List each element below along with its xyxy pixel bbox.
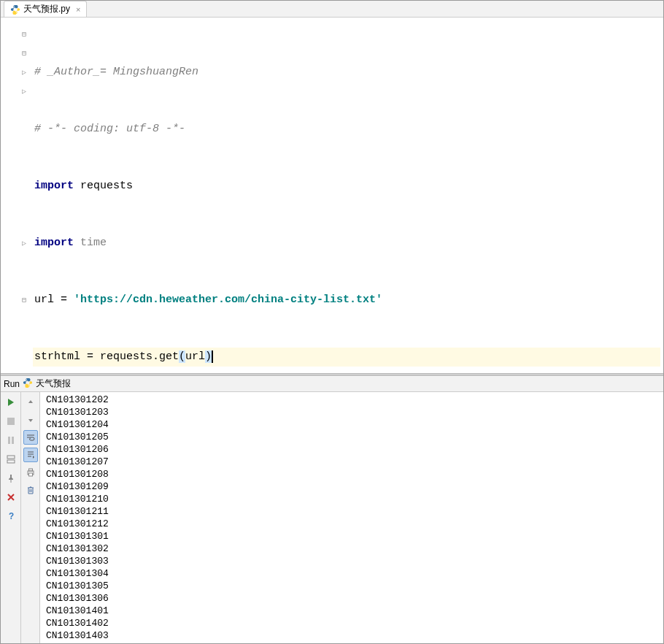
tab-filename: 天气预报.py [23, 3, 70, 15]
code-editor[interactable]: # _Author_= MingshuangRen # -*- coding: … [30, 18, 663, 373]
console-line: CN101301301 [46, 530, 657, 543]
console-line: CN101301403 [46, 629, 657, 642]
python-file-icon [23, 377, 33, 390]
fold-toggle-icon[interactable]: ⊟ [18, 25, 30, 44]
help-button[interactable]: ? [4, 509, 18, 524]
console-line: CN101301306 [46, 592, 657, 605]
console-line: CN101301206 [46, 443, 657, 456]
console-line: CN101301202 [46, 394, 657, 406]
run-panel-title: Run [4, 379, 20, 389]
console-line: CN101301211 [46, 505, 657, 518]
editor-tab[interactable]: 天气预报.py × [4, 1, 87, 17]
console-line: CN101301208 [46, 468, 657, 480]
console-line: CN101301204 [46, 418, 657, 431]
svg-rect-7 [7, 456, 15, 459]
fold-toggle-icon[interactable]: ⊟ [18, 291, 30, 310]
editor-area: ⊟ ⊟ ▷ ▷ ▷ ⊟ # _Author_= MingshuangRen [1, 18, 663, 373]
console-line: CN101301305 [46, 580, 657, 592]
console-line: CN101301203 [46, 406, 657, 418]
tab-close-icon[interactable]: × [76, 5, 80, 14]
editor-tab-bar: 天气预报.py × [1, 1, 663, 18]
svg-point-1 [16, 12, 17, 12]
soft-wrap-button[interactable] [23, 430, 38, 445]
console-line: CN101301210 [46, 493, 657, 505]
console-line: CN101301205 [46, 431, 657, 443]
console-line: CN101301303 [46, 555, 657, 567]
layout-button[interactable] [4, 452, 18, 467]
svg-rect-8 [7, 460, 15, 463]
run-toolbar: ? [1, 392, 21, 643]
svg-text:?: ? [9, 512, 14, 521]
run-panel: Run 天气预报 ? [1, 375, 663, 643]
console-output[interactable]: CN101301202CN101301203CN101301204CN10130… [40, 392, 663, 643]
console-line: CN101301302 [46, 543, 657, 555]
scroll-down-button[interactable] [23, 413, 38, 427]
run-panel-header: Run 天气预报 [1, 376, 663, 392]
rerun-button[interactable] [4, 395, 18, 410]
editor-gutter: ⊟ ⊟ ▷ ▷ ▷ ⊟ [1, 18, 30, 373]
scroll-up-button[interactable] [23, 395, 38, 410]
svg-rect-6 [12, 437, 14, 444]
svg-rect-12 [28, 473, 32, 476]
pause-button[interactable] [4, 433, 18, 448]
console-line: CN101301212 [46, 518, 657, 530]
code-comment: # -*- coding: utf-8 -*- [34, 123, 185, 135]
python-file-icon [10, 4, 20, 15]
svg-rect-5 [8, 437, 10, 444]
console-line: CN101301207 [46, 456, 657, 468]
output-toolbar [21, 392, 40, 643]
fold-marker-icon: ▷ [18, 63, 30, 82]
code-comment: # _Author_= MingshuangRen [34, 66, 198, 78]
ide-window: 天气预报.py × ⊟ ⊟ ▷ ▷ ▷ ⊟ [0, 0, 664, 644]
svg-rect-11 [28, 469, 32, 471]
svg-point-3 [28, 386, 29, 386]
svg-rect-4 [7, 418, 15, 425]
delete-button[interactable] [23, 483, 38, 497]
pin-button[interactable] [4, 471, 18, 486]
stop-button[interactable] [4, 414, 18, 429]
console-line: CN101301209 [46, 480, 657, 493]
fold-marker-icon: ▷ [18, 82, 30, 101]
console-line: CN101301401 [46, 605, 657, 617]
console-line: CN101301304 [46, 567, 657, 580]
run-script-name: 天气预报 [36, 377, 71, 390]
scroll-to-end-button[interactable] [23, 448, 38, 462]
close-panel-button[interactable] [4, 490, 18, 505]
svg-point-2 [26, 379, 27, 380]
svg-point-0 [14, 6, 15, 7]
print-button[interactable] [23, 465, 38, 480]
console-line: CN101301402 [46, 617, 657, 629]
fold-marker-icon: ▷ [18, 234, 30, 253]
fold-toggle-icon[interactable]: ⊟ [18, 44, 30, 63]
current-line: strhtml = requests.get(url) [33, 348, 660, 367]
